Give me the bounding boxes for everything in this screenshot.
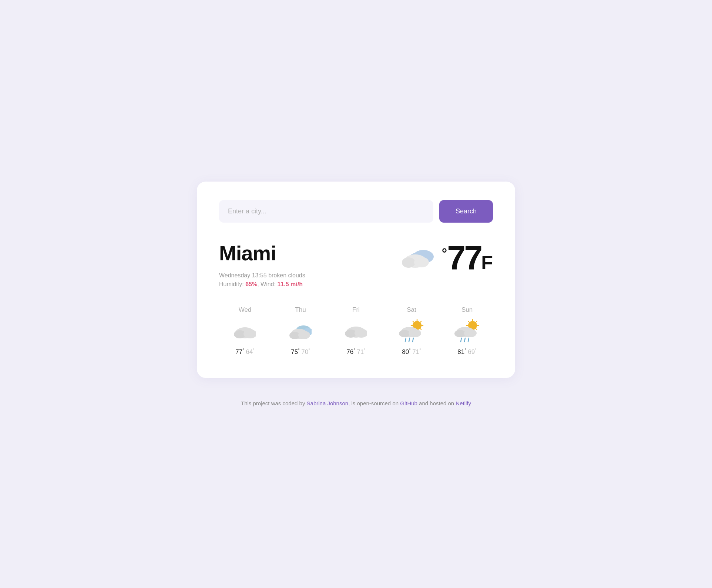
footer-text-between-1: is open-sourced on — [350, 400, 400, 406]
humidity-label: Humidity: — [219, 281, 244, 287]
forecast-icon-wed — [234, 319, 256, 342]
current-weather-left: Miami Wednesday 13:55 broken clouds Humi… — [219, 241, 305, 288]
svg-point-42 — [464, 329, 477, 337]
forecast-icon-thu — [289, 319, 312, 342]
city-search-input[interactable] — [219, 200, 433, 223]
svg-point-3 — [402, 257, 415, 268]
current-weather-right: °77F — [401, 241, 493, 274]
humidity-value: 65% — [245, 281, 257, 287]
svg-line-39 — [476, 321, 477, 322]
degree-symbol: ° — [442, 246, 447, 261]
svg-line-29 — [409, 338, 410, 342]
forecast-label-wed: Wed — [239, 306, 252, 314]
unit: F — [481, 252, 493, 273]
svg-line-43 — [461, 338, 461, 342]
forecast-label-thu: Thu — [295, 306, 306, 314]
forecast-icon-fri — [345, 319, 367, 342]
forecast-label-fri: Fri — [352, 306, 360, 314]
weather-description: Wednesday 13:55 broken clouds — [219, 270, 305, 281]
svg-line-22 — [420, 329, 422, 330]
svg-line-24 — [420, 321, 422, 322]
footer: This project was coded by Sabrina Johnso… — [241, 400, 471, 406]
humidity-wind-info: Humidity: 65%, Wind: 11.5 mi/h — [219, 281, 305, 288]
forecast-icon-sat — [399, 319, 424, 342]
svg-line-37 — [476, 329, 477, 330]
svg-line-21 — [413, 321, 414, 322]
current-weather-icon — [401, 243, 434, 273]
forecast-temps-sun: 81° 69° — [457, 348, 476, 356]
forecast-day-sun: Sun — [441, 306, 493, 356]
svg-line-28 — [405, 338, 406, 342]
search-row: Search — [219, 200, 493, 223]
forecast-label-sun: Sun — [461, 306, 473, 314]
search-button[interactable]: Search — [439, 200, 493, 223]
wind-label: Wind: — [261, 281, 276, 287]
svg-point-26 — [399, 330, 410, 337]
forecast-temps-fri: 76° 71° — [346, 348, 365, 356]
forecast-day-fri: Fri 76° 71° — [330, 306, 382, 356]
current-weather-section: Miami Wednesday 13:55 broken clouds Humi… — [219, 241, 493, 288]
svg-point-27 — [409, 329, 421, 337]
forecast-day-wed: Wed 77° 64° — [219, 306, 271, 356]
city-name: Miami — [219, 241, 305, 265]
svg-point-4 — [414, 257, 429, 267]
svg-point-11 — [289, 332, 300, 339]
forecast-temps-sat: 80° 71° — [402, 348, 421, 356]
forecast-row: Wed 77° 64° Thu — [219, 306, 493, 356]
forecast-label-sat: Sat — [407, 306, 416, 314]
wind-value: 11.5 mi/h — [277, 281, 302, 287]
svg-line-36 — [468, 321, 470, 322]
footer-netlify-link[interactable]: Netlify — [456, 400, 471, 406]
forecast-icon-sun — [454, 319, 480, 342]
current-temperature: °77F — [442, 241, 493, 274]
svg-line-45 — [468, 338, 469, 342]
footer-text-before-author: This project was coded by — [241, 400, 307, 406]
svg-line-30 — [413, 338, 413, 342]
forecast-day-thu: Thu 75° 70° — [275, 306, 326, 356]
weather-card: Search Miami Wednesday 13:55 broken clou… — [197, 182, 515, 378]
forecast-day-sat: Sat — [386, 306, 437, 356]
footer-text-between-2: and hosted on — [417, 400, 456, 406]
forecast-temps-thu: 75° 70° — [291, 348, 310, 356]
footer-github-link[interactable]: GitHub — [400, 400, 417, 406]
svg-line-44 — [464, 338, 465, 342]
forecast-temps-wed: 77° 64° — [235, 348, 254, 356]
svg-point-41 — [454, 330, 466, 337]
svg-point-12 — [298, 331, 310, 339]
footer-author-link[interactable]: Sabrina Johnson, — [307, 400, 350, 406]
